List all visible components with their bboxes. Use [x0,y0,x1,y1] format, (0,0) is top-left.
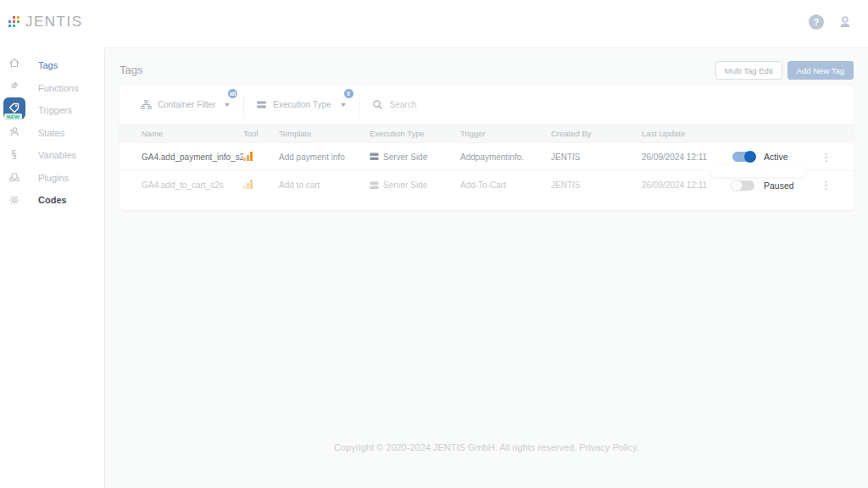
cell-last-update: 26/09/2024 12:11 [642,180,732,190]
new-badge: NEW [4,114,22,120]
menu-item-states[interactable]: States [28,122,104,145]
bars-icon [256,100,267,109]
server-icon [370,152,379,161]
top-bar: JENTIS ? [0,0,868,47]
help-icon[interactable]: ? [809,14,824,30]
google-analytics-bars-icon [243,152,253,161]
gear-icon [8,194,20,206]
add-new-tag-button[interactable]: Add New Tag [787,61,854,80]
cell-created-by: JENTIS [551,180,642,190]
menu-item-functions[interactable]: Functions [28,77,104,100]
page-title: Tags [120,64,142,76]
footer: Copyright © 2020-2024 JENTIS GmbH. All r… [105,442,868,452]
tags-card: Container Filter all Execution Type 0 [120,86,854,210]
tag-icon [8,103,19,114]
column-header-trigger: Trigger [460,129,551,138]
cell-template: Add to cart [279,180,370,190]
privacy-policy-link[interactable]: Privacy Policy. [579,442,639,452]
column-header-template: Template [279,129,370,138]
avatar-icon[interactable] [837,14,853,30]
main-content: Tags Multi Tag Edit Add New Tag Containe… [105,47,868,488]
menu-item-codes[interactable]: Codes [28,189,104,212]
sidebar-menu: Tags Functions Triggers States Variables… [28,47,105,488]
table-header: Name Tool Template Execution Type Trigge… [120,124,854,143]
status-badge: Active [764,152,802,162]
execution-type-dropdown[interactable]: Execution Type 0 [256,95,359,115]
jentis-logo-icon [8,15,21,29]
cell-trigger: Addpaymentinfo. [460,152,551,162]
search-input[interactable] [390,100,559,109]
google-analytics-bars-icon [243,180,253,189]
menu-item-plugins[interactable]: Plugins [28,167,104,190]
copyright-text: Copyright © 2020-2024 JENTIS GmbH. All r… [334,442,579,452]
cell-tool [243,152,279,163]
sidebar-item-home[interactable] [0,51,28,74]
cell-last-update: 26/09/2024 12:11 [642,152,732,162]
toggle-knob [744,151,756,163]
logo-text: JENTIS [25,14,83,30]
tooltip-overlay [710,165,805,177]
menu-item-tags[interactable]: Tags [28,54,104,77]
container-filter-dropdown[interactable]: Container Filter all [141,95,244,115]
execution-type-badge: 0 [343,88,354,99]
cell-execution-type: Server Side [370,180,460,190]
column-header-tool: Tool [243,129,279,138]
chevron-down-icon [341,103,346,107]
status-badge: Paused [764,180,802,191]
inbox-icon [8,171,20,183]
row-menu-icon[interactable]: ⋮ [821,180,832,191]
search-icon [372,99,383,110]
icon-rail: NEW § [0,47,28,488]
sidebar-item-legal[interactable]: § [0,142,28,165]
link-icon [8,80,20,92]
sidebar-item-users[interactable]: NEW [0,119,28,142]
execution-type-label: Execution Type [273,100,331,109]
column-header-execution-type: Execution Type [370,129,460,138]
cell-created-by: JENTIS [551,152,642,162]
container-filter-label: Container Filter [158,100,215,109]
server-icon [370,181,379,190]
cell-template: Add payment info [279,152,370,162]
column-header-name: Name [142,129,243,138]
cell-name: GA4.add_to_cart_s2s [142,180,243,190]
cell-execution-type: Server Side [370,152,460,162]
app-window: JENTIS ? [0,0,868,488]
users-icon [8,125,20,137]
sitemap-icon [141,99,152,110]
status-toggle[interactable] [732,152,754,162]
sidebar-item-settings[interactable] [0,188,28,211]
cell-tool [243,180,279,191]
search-box [372,99,854,110]
jentis-logo: JENTIS [8,14,83,30]
chevron-down-icon [225,103,230,107]
cell-name: GA4.add_payment_info_s2s [142,152,243,162]
filter-bar: Container Filter all Execution Type 0 [120,86,854,124]
sidebar-item-publish[interactable] [0,165,28,188]
container-filter-badge: all [227,88,238,99]
status-toggle[interactable] [732,180,754,191]
cell-trigger: Add-To-Cart [460,180,551,190]
sidebar-item-connections[interactable] [0,74,28,97]
multi-tag-edit-button[interactable]: Multi Tag Edit [715,61,782,80]
toggle-knob [731,180,743,191]
section-icon: § [11,148,17,159]
column-header-last-update: Last Update [642,129,732,138]
row-menu-icon[interactable]: ⋮ [821,152,832,163]
column-header-created-by: Created By [551,129,642,138]
menu-item-variables[interactable]: Variables [28,144,104,167]
home-icon [8,57,20,69]
menu-item-triggers[interactable]: Triggers [28,99,104,122]
